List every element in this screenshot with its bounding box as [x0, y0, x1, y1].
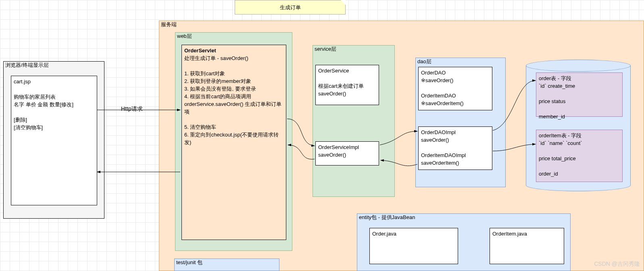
servlet-subtitle: 处理生成订单 - saveOrder() [184, 54, 283, 62]
order-service-box: OrderService 根据cart来创建订单saveOrder() [315, 65, 379, 105]
order-table-title: order表 - 字段 [539, 74, 620, 82]
browser-layer: 浏览器/终端显示层 cart.jsp 购物车的家居列表 名字 单价 金额 数量[… [3, 61, 104, 219]
cart-jsp-line3: [删除] [14, 116, 94, 124]
order-table-r2: price status [539, 97, 620, 105]
server-layer-label: 服务端 [159, 21, 644, 28]
dao-impl-l1: OrderDAOImpl [421, 128, 490, 136]
dao-layer-label: dao层 [416, 58, 505, 65]
order-table-box: order表 - 字段 `id` create_time price statu… [536, 72, 623, 117]
orderitem-table-r2: price total_price [539, 155, 620, 162]
watermark: CSDN @吉冈秀隆 [594, 261, 640, 268]
dao-l3: OrderItemDAO [421, 92, 490, 99]
service-layer-label: service层 [313, 46, 394, 53]
servlet-step-6: 6. 重定向到checkout.jsp(不要使用请求转发) [184, 131, 283, 146]
cart-jsp-line1: 购物车的家居列表 [14, 93, 94, 101]
order-service-impl-box: OrderServiceImpl saveOrder() [315, 141, 379, 165]
servlet-step-2: 2. 获取到登录的member对象 [184, 77, 283, 85]
service-layer: service层 OrderService 根据cart来创建订单saveOrd… [313, 45, 395, 197]
cart-jsp-line2: 名字 单价 金额 数量[修改] [14, 101, 94, 108]
orderitem-table-box: orderItem表 - 字段 `id` `name` `count` pric… [536, 130, 623, 182]
diagram-title-note: 生成订单 [235, 0, 346, 14]
web-layer: web层 OrderServlet 处理生成订单 - saveOrder() 1… [175, 32, 292, 251]
servlet-step-5: 5. 清空购物车 [184, 123, 283, 131]
servlet-name: OrderServlet [184, 47, 283, 54]
dao-l4: ※saveOrderItem() [421, 99, 490, 107]
order-dao-impl-box: OrderDAOImpl saveOrder() OrderItemDAOImp… [418, 126, 492, 170]
entity-layer-label: entity包 - 提供JavaBean [357, 214, 570, 221]
dao-impl-l4: saveOrderItem() [421, 159, 490, 167]
web-layer-label: web层 [175, 33, 292, 40]
db-cylinder: order表 - 字段 `id` create_time price statu… [526, 60, 631, 191]
dao-l2: ※saveOrder() [421, 77, 490, 84]
orderitem-table-r3: order_id [539, 170, 620, 178]
cart-jsp-line4: [清空购物车] [14, 124, 94, 131]
order-service-impl-name: OrderServiceImpl [318, 143, 376, 151]
test-layer-label: test/junit 包 [175, 259, 279, 266]
dao-layer: dao层 OrderDAO ※saveOrder() OrderItemDAO … [415, 58, 506, 187]
order-servlet-box: OrderServlet 处理生成订单 - saveOrder() 1. 获取到… [181, 45, 286, 240]
servlet-step-4: 4. 根据当前cart的商品项调用orderService.saveOrder(… [184, 93, 283, 116]
order-service-name: OrderService [318, 67, 376, 74]
test-layer: test/junit 包 [174, 259, 279, 271]
order-java-box: Order.java [369, 228, 458, 264]
orderitem-table-title: orderItem表 - 字段 [539, 132, 620, 139]
servlet-step-3: 3. 如果会员没有登陆, 要求登录 [184, 85, 283, 93]
orderitem-table-r1: `id` `name` `count` [539, 139, 620, 147]
order-service-impl-method: saveOrder() [318, 151, 376, 159]
browser-layer-label: 浏览器/终端显示层 [4, 62, 104, 69]
order-table-r3: member_id [539, 113, 620, 120]
dao-impl-l3: OrderItemDAOImpl [421, 151, 490, 159]
order-dao-box: OrderDAO ※saveOrder() OrderItemDAO ※save… [418, 67, 492, 110]
order-service-desc: 根据cart来创建订单saveOrder() [318, 82, 376, 97]
orderitem-java-box: OrderItem.java [490, 228, 564, 264]
cart-jsp-file: cart.jsp [14, 78, 94, 85]
servlet-step-1: 1. 获取到cart对象 [184, 70, 283, 77]
order-table-r1: `id` create_time [539, 82, 620, 90]
entity-layer: entity包 - 提供JavaBean Order.java OrderIte… [357, 213, 571, 271]
cart-jsp-box: cart.jsp 购物车的家居列表 名字 单价 金额 数量[修改] [删除] [… [11, 76, 97, 205]
dao-l1: OrderDAO [421, 69, 490, 77]
dao-impl-l2: saveOrder() [421, 136, 490, 144]
http-request-label: Http请求 [121, 106, 143, 113]
